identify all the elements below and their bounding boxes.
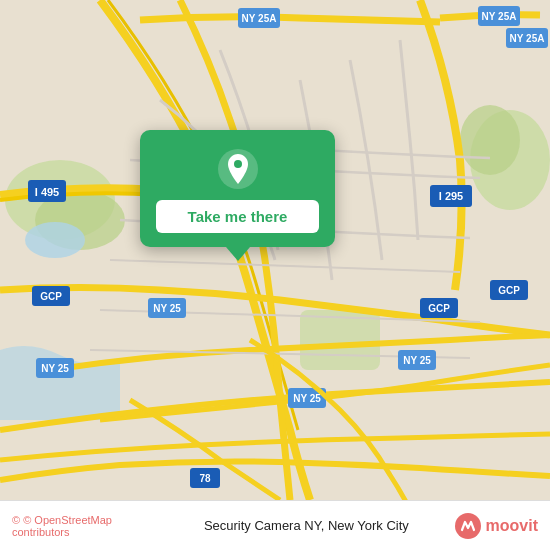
- copyright-text: © OpenStreetMap contributors: [12, 514, 112, 538]
- svg-text:NY 25: NY 25: [153, 303, 181, 314]
- svg-text:NY 25: NY 25: [293, 393, 321, 404]
- moovit-icon: [454, 512, 482, 540]
- bottom-bar: © © OpenStreetMap contributors Security …: [0, 500, 550, 550]
- svg-text:NY 25A: NY 25A: [482, 11, 517, 22]
- svg-text:I 495: I 495: [35, 186, 59, 198]
- svg-text:GCP: GCP: [40, 291, 62, 302]
- svg-point-4: [460, 105, 520, 175]
- svg-text:I 295: I 295: [439, 190, 463, 202]
- svg-point-35: [234, 160, 242, 168]
- copyright: © © OpenStreetMap contributors: [12, 514, 159, 538]
- take-me-there-button[interactable]: Take me there: [156, 200, 319, 233]
- svg-text:78: 78: [199, 473, 211, 484]
- svg-text:NY 25: NY 25: [403, 355, 431, 366]
- moovit-label: moovit: [486, 517, 538, 535]
- copyright-symbol: ©: [12, 514, 20, 526]
- location-name: Security Camera NY: [204, 518, 321, 533]
- map-container[interactable]: NY 25A NY 25A NY 25A I 495 I 295 GCP GCP…: [0, 0, 550, 500]
- svg-text:NY 25A: NY 25A: [242, 13, 277, 24]
- svg-text:NY 25: NY 25: [41, 363, 69, 374]
- svg-rect-0: [0, 0, 550, 500]
- svg-text:NY 25A: NY 25A: [510, 33, 545, 44]
- svg-text:GCP: GCP: [428, 303, 450, 314]
- location-pin-icon: [217, 148, 259, 190]
- moovit-logo[interactable]: moovit: [454, 512, 538, 540]
- location-popup: Take me there: [140, 130, 335, 247]
- svg-text:GCP: GCP: [498, 285, 520, 296]
- svg-point-6: [25, 222, 85, 258]
- location-info: Security Camera NY, New York City: [159, 518, 453, 533]
- city-name: New York City: [328, 518, 409, 533]
